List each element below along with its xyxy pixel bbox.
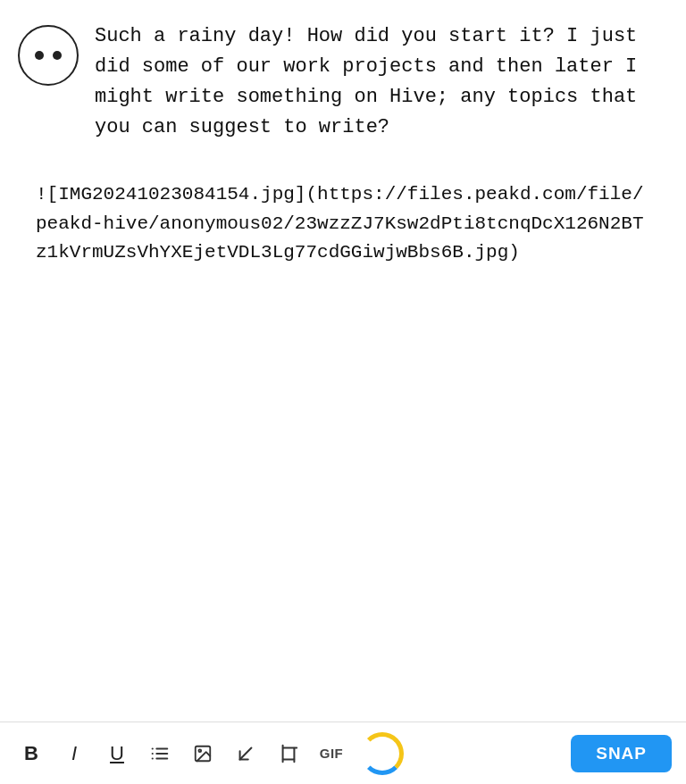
image-button[interactable] bbox=[186, 737, 220, 771]
avatar-eye-left bbox=[35, 51, 44, 60]
svg-rect-9 bbox=[283, 747, 295, 759]
gif-label: GIF bbox=[320, 746, 344, 761]
message-text[interactable]: Such a rainy day! How did you start it? … bbox=[95, 21, 668, 143]
gif-button[interactable]: GIF bbox=[314, 737, 348, 771]
crop-icon bbox=[279, 744, 298, 763]
loading-spinner bbox=[359, 730, 406, 777]
italic-button[interactable]: I bbox=[57, 737, 91, 771]
avatar-eyes bbox=[35, 51, 62, 60]
bold-button[interactable]: B bbox=[14, 737, 48, 771]
resize-icon bbox=[236, 744, 255, 763]
svg-point-4 bbox=[152, 752, 154, 754]
editor-area: Such a rainy day! How did you start it? … bbox=[0, 0, 686, 721]
svg-point-5 bbox=[152, 757, 154, 759]
snap-button[interactable]: SNAP bbox=[571, 735, 672, 772]
avatar-eye-right bbox=[53, 51, 62, 60]
svg-line-8 bbox=[240, 747, 252, 759]
svg-point-3 bbox=[152, 747, 154, 749]
arrow-button[interactable] bbox=[229, 737, 263, 771]
image-icon bbox=[193, 744, 213, 763]
message-block: Such a rainy day! How did you start it? … bbox=[18, 21, 668, 143]
image-link-block[interactable]: ![IMG20241023084154.jpg](https://files.p… bbox=[18, 180, 668, 268]
spinner-ring bbox=[361, 732, 404, 775]
toolbar: B I U GI bbox=[0, 721, 686, 784]
svg-point-7 bbox=[198, 749, 201, 752]
underline-button[interactable]: U bbox=[100, 737, 134, 771]
crop-button[interactable] bbox=[272, 737, 305, 771]
avatar bbox=[18, 25, 79, 86]
list-button[interactable] bbox=[143, 737, 177, 771]
list-icon bbox=[150, 744, 170, 763]
